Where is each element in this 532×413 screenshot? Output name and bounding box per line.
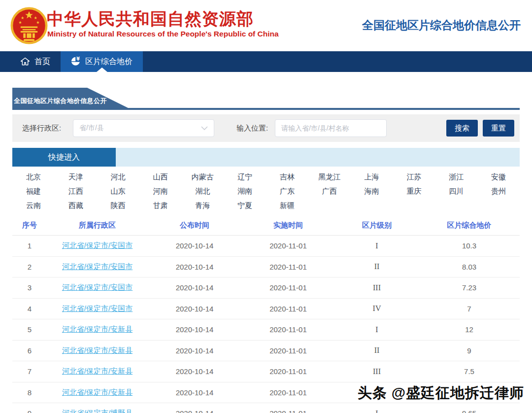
row-number: 9 [12,409,47,413]
province-link[interactable]: 湖北 [181,184,224,198]
province-link[interactable]: 内蒙古 [181,170,224,184]
region-select-label: 选择行政区: [22,124,61,133]
publish-date-cell: 2020-10-14 [148,325,241,334]
province-link[interactable]: 贵州 [477,184,520,198]
table-row: 2河北省/保定市/安国市2020-10-142020-11-01II8.03 [12,257,520,278]
quick-entry-row: 快捷进入 [12,148,520,167]
table-header: 序号 所属行政区 公布时间 实施时间 区片级别 区片综合地价 [12,216,520,236]
row-number: 8 [12,388,47,397]
col-implement-date: 实施时间 [241,221,335,230]
nav-item-land-price[interactable]: ¥ 区片综合地价 [61,51,143,72]
price-cell: 7.5 [419,367,520,376]
province-link[interactable]: 上海 [351,170,393,184]
table-row: 5河北省/保定市/安新县2020-10-142020-11-01I12 [12,319,520,341]
region-link[interactable]: 河北省/保定市/安新县 [47,346,148,355]
province-link[interactable]: 河南 [139,184,182,198]
province-link[interactable]: 宁夏 [224,198,266,212]
site-header: 中华人民共和国自然资源部 Ministry of Natural Resourc… [0,0,532,51]
province-link[interactable]: 山东 [97,184,139,198]
province-link[interactable]: 甘肃 [139,198,182,212]
price-cell: 7.23 [419,283,520,292]
svg-text:¥: ¥ [76,57,80,62]
province-link[interactable]: 广东 [266,184,308,198]
section-banner-line [12,108,520,110]
region-link[interactable]: 河北省/保定市/安新县 [47,388,148,397]
publish-date-cell: 2020-10-14 [148,388,241,397]
region-link[interactable]: 河北省/保定市/安新县 [47,325,148,334]
level-cell: I [335,325,419,334]
implement-date-cell: 2020-11-01 [241,409,335,413]
region-link[interactable]: 河北省/保定市/安国市 [47,241,148,250]
reset-button[interactable]: 重置 [483,120,514,137]
province-link[interactable]: 安徽 [477,170,520,184]
province-link[interactable]: 山西 [139,170,182,184]
row-number: 1 [12,241,47,250]
region-link[interactable]: 河北省/保定市/安新县 [47,367,148,376]
province-link[interactable]: 西藏 [55,198,97,212]
row-number: 3 [12,283,47,292]
price-cell: 10.3 [419,241,520,250]
region-link[interactable]: 河北省/保定市/安国市 [47,262,148,272]
publish-date-cell: 2020-10-14 [148,367,241,376]
ministry-title: 中华人民共和国自然资源部 [47,8,254,31]
level-cell: II [335,346,419,355]
location-input[interactable] [275,119,387,137]
province-link[interactable]: 青海 [181,198,224,212]
implement-date-cell: 2020-11-01 [241,346,335,355]
table-row: 1河北省/保定市/安国市2020-10-142020-11-01I10.3 [12,236,520,257]
region-link[interactable]: 河北省/保定市/安国市 [47,283,148,292]
province-link[interactable]: 福建 [12,184,55,198]
implement-date-cell: 2020-11-01 [241,367,335,376]
row-number: 7 [12,367,47,376]
level-cell: I [335,241,419,250]
region-link[interactable]: 河北省/保定市/安国市 [47,304,148,313]
implement-date-cell: 2020-11-01 [241,241,335,250]
province-link[interactable]: 黑龙江 [308,170,351,184]
province-link[interactable]: 河北 [97,170,139,184]
level-cell: III [335,283,419,292]
province-link[interactable]: 湖南 [224,184,266,198]
province-link[interactable]: 江西 [55,184,97,198]
table-row: 4河北省/保定市/安国市2020-10-142020-11-01IV7 [12,299,520,320]
price-cell: 8.03 [419,263,520,271]
province-link[interactable]: 陕西 [97,198,139,212]
province-link[interactable]: 浙江 [435,170,477,184]
home-icon [20,57,30,67]
region-link[interactable]: 河北省/保定市/博野县 [47,409,148,413]
province-link[interactable]: 吉林 [266,170,308,184]
province-link[interactable]: 海南 [351,184,393,198]
filter-bar: 选择行政区: 省/市/县 输入位置: 搜索 重置 [12,114,520,142]
col-publish-date: 公布时间 [148,221,241,230]
level-cell: II [335,262,419,271]
row-number: 6 [12,346,47,355]
table-row: 7河北省/保定市/安新县2020-10-142020-11-01III7.5 [12,361,520,382]
location-input-label: 输入位置: [236,124,268,133]
province-link[interactable]: 四川 [435,184,477,198]
publish-date-cell: 2020-10-14 [148,346,241,355]
province-link[interactable]: 云南 [12,198,55,212]
section-banner-tab: 全国征地区片综合地价信息公开 [12,88,128,108]
province-link[interactable]: 新疆 [266,198,308,212]
province-link[interactable]: 天津 [55,170,97,184]
chevron-down-icon [201,126,208,130]
province-grid: 北京天津河北山西内蒙古辽宁吉林黑龙江上海江苏浙江安徽福建江西山东河南湖北湖南广东… [12,170,520,212]
implement-date-cell: 2020-11-01 [241,305,335,313]
section-banner-title: 全国征地区片综合地价信息公开 [14,97,107,105]
quick-entry-tab[interactable]: 快捷进入 [12,148,116,167]
main-nav: 首页 ¥ 区片综合地价 [0,51,532,72]
table-row: 3河北省/保定市/安国市2020-10-142020-11-01III7.23 [12,277,520,299]
province-link[interactable]: 江苏 [393,170,435,184]
province-link[interactable]: 辽宁 [224,170,266,184]
nav-item-home[interactable]: 首页 [10,51,61,72]
land-price-icon: ¥ [71,57,81,67]
province-link[interactable]: 重庆 [393,184,435,198]
national-emblem-icon [10,4,48,47]
province-link[interactable]: 广西 [308,184,351,198]
region-select[interactable]: 省/市/县 [73,119,214,137]
province-link[interactable]: 北京 [12,170,55,184]
implement-date-cell: 2020-11-01 [241,283,335,292]
row-number: 2 [12,263,47,271]
publish-date-cell: 2020-10-14 [148,241,241,250]
search-button[interactable]: 搜索 [446,120,478,137]
section-banner: 全国征地区片综合地价信息公开 [12,88,520,110]
